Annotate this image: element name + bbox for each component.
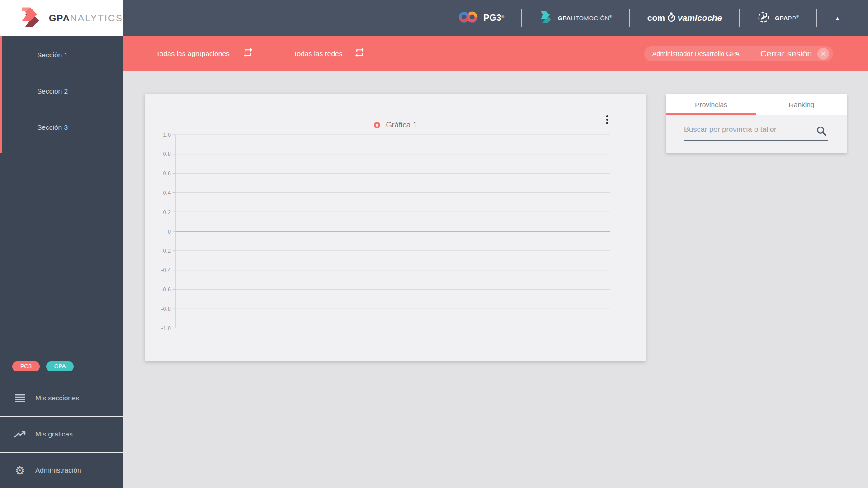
comprovamicoche-logo[interactable]: com vamicoche [630, 12, 739, 24]
panel-body [666, 115, 847, 153]
y-tick-label: -0.2 [161, 248, 171, 254]
chevron-up-icon: ▲ [835, 15, 840, 21]
y-tick-label: -0.4 [161, 267, 171, 273]
tab-ranking[interactable]: Ranking [756, 94, 847, 115]
chart-card: Gráfica 1 1.00.80.60.40.20-0.2-0.4-0.6-0… [145, 94, 646, 361]
gpanalytics-arrow-icon [21, 7, 42, 29]
gear-icon: ⚙ [14, 465, 26, 476]
y-tick-label: 1.0 [163, 132, 171, 138]
groupings-filter[interactable]: Todas las agrupaciones [156, 50, 230, 58]
sidebar-item-seccion-2[interactable]: Sección 2 [2, 73, 123, 109]
partner-logos: PG3® GPAUTOMOCIÓN® com [123, 0, 868, 36]
sidebar-item-label: Mis gráficas [35, 430, 73, 438]
y-tick-label: 0.6 [163, 170, 171, 177]
swap-groupings-button[interactable] [242, 47, 254, 60]
sidebar-item-label: Mis secciones [35, 394, 79, 402]
sidebar-sections-group: Sección 1 Sección 2 Sección 3 [0, 36, 123, 153]
gpanalytics-logo[interactable]: GPANALYTICS® [0, 0, 123, 36]
search-icon[interactable] [816, 126, 827, 136]
pg3-infinity-icon [458, 10, 478, 26]
gpa-badge[interactable]: GPA [46, 361, 74, 371]
pg3-logo[interactable]: PG3® [441, 10, 521, 26]
panel-tab-bar: Provincias Ranking [666, 94, 847, 115]
gpapp-logo[interactable]: GPAPP® [740, 11, 816, 25]
sidebar-item-mis-graficas[interactable]: Mis gráficas [0, 416, 123, 452]
chart-line-icon [14, 431, 26, 438]
sidebar-item-label: Administración [35, 466, 81, 474]
kebab-dot [606, 115, 609, 117]
sidebar-badges: PG3 GPA [0, 361, 123, 380]
sidebar-item-label: Sección 2 [37, 87, 68, 95]
tab-label: Ranking [789, 101, 815, 109]
list-icon [14, 394, 26, 402]
user-session-pill: Administrador Desarrollo GPA Cerrar sesi… [644, 46, 833, 61]
repeat-icon [354, 47, 365, 60]
sidebar-item-administracion[interactable]: ⚙ Administración [0, 452, 123, 488]
y-tick-label: 0.8 [163, 151, 171, 157]
pg3-badge[interactable]: PG3 [12, 361, 40, 371]
sidebar-item-label: Sección 1 [37, 51, 68, 59]
provinces-panel: Provincias Ranking [666, 94, 847, 153]
tab-provincias[interactable]: Provincias [666, 94, 756, 115]
y-tick-label: -0.6 [161, 286, 171, 293]
sidebar-item-seccion-1[interactable]: Sección 1 [2, 37, 123, 73]
repeat-icon [242, 47, 254, 60]
collapse-header-button[interactable]: ▲ [835, 15, 840, 21]
sidebar-item-mis-secciones[interactable]: Mis secciones [0, 380, 123, 416]
y-tick-label: 0 [168, 229, 171, 235]
header-divider [816, 9, 817, 27]
main-content: Gráfica 1 1.00.80.60.40.20-0.2-0.4-0.6-0… [123, 71, 868, 488]
gpautomocion-logo[interactable]: GPAUTOMOCIÓN® [522, 11, 629, 25]
sidebar: Sección 1 Sección 2 Sección 3 PG3 GPA Mi… [0, 36, 123, 488]
chart-plot: 1.00.80.60.40.20-0.2-0.4-0.6-0.8-1.0 [154, 125, 633, 338]
tab-label: Provincias [695, 101, 727, 109]
search-input[interactable] [684, 125, 828, 140]
networks-filter[interactable]: Todas las redes [293, 50, 343, 58]
logout-x-icon[interactable]: ✕ [817, 48, 829, 60]
gpanalytics-wordmark: GPANALYTICS® [49, 13, 127, 23]
sidebar-item-label: Sección 3 [37, 123, 68, 131]
y-tick-label: 0.2 [163, 209, 171, 216]
swap-networks-button[interactable] [354, 47, 365, 60]
gpautomocion-arrow-icon [539, 11, 553, 25]
top-header: GPANALYTICS® PG3® [0, 0, 868, 36]
y-tick-label: -0.8 [161, 306, 171, 312]
sidebar-spacer [0, 153, 123, 361]
y-tick-label: -1.0 [161, 325, 171, 332]
filter-bar: Todas las agrupaciones Todas las redes A… [123, 36, 868, 71]
search-field-row [684, 115, 828, 141]
app-root: GPANALYTICS® PG3® [0, 0, 868, 488]
gpapp-wrench-icon [757, 11, 770, 25]
sidebar-item-seccion-3[interactable]: Sección 3 [2, 109, 123, 145]
user-name: Administrador Desarrollo GPA [652, 50, 740, 57]
y-tick-label: 0.4 [163, 190, 171, 196]
logout-button[interactable]: Cerrar sesión [760, 49, 812, 59]
stopwatch-icon [667, 12, 676, 24]
